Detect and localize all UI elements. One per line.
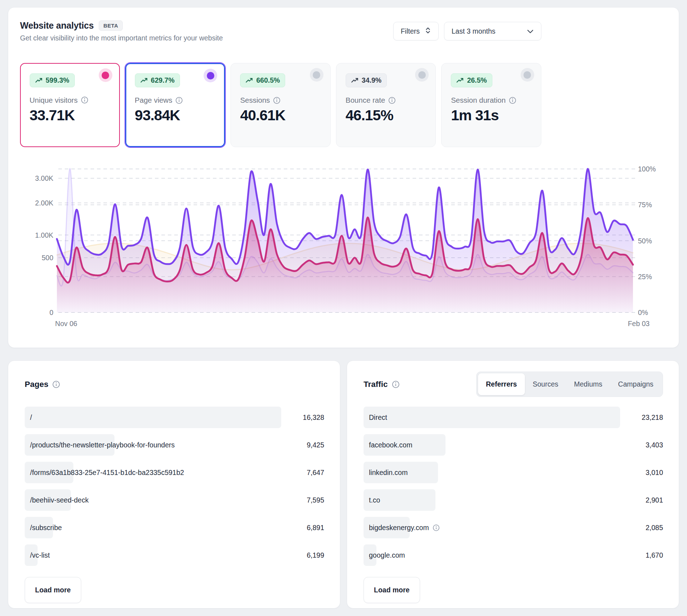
row-label: /vc-list [30,551,50,559]
referrers-list: Direct23,218facebook.com3,403linkedin.co… [364,407,663,566]
right-axis-tick: 0% [638,309,648,316]
left-axis-tick: 3.00K [35,174,53,182]
trending-up-icon [351,77,359,83]
page-title: Website analytics [20,20,94,31]
change-value: 629.7% [151,76,175,84]
trending-up-icon [456,77,464,83]
filters-button[interactable]: Filters [393,22,439,40]
left-axis-tick: 500 [42,254,53,262]
row-label: /subscribe [30,524,62,532]
page-row: /16,328 [25,407,324,428]
row-bar-area: Direct [364,407,620,428]
row-label: / [30,413,32,422]
row-value: 9,425 [281,441,324,449]
row-bar-area: /beehiiv-seed-deck [25,489,281,511]
tab-mediums[interactable]: Mediums [566,373,610,395]
referrer-row: bigdeskenergy.com2,085 [364,517,663,538]
pages-title: Pages [25,380,48,389]
change-badge: 34.9% [346,73,387,87]
metric-value: 46.15% [346,107,427,124]
pages-load-more-button[interactable]: Load more [25,577,81,603]
x-axis-end-label: Feb 03 [628,320,650,328]
metric-card-unique-visitors[interactable]: 599.3% Unique visitors 33.71K [20,63,120,147]
value-bar [364,407,620,428]
row-value: 16,328 [281,413,324,422]
row-label: /beehiiv-seed-deck [30,496,89,504]
page-row: /vc-list6,199 [25,544,324,566]
row-label: Direct [369,413,387,422]
metric-label: Session duration [451,96,506,105]
metric-label: Unique visitors [30,96,78,105]
row-label: bigdeskenergy.com [369,524,440,532]
info-icon[interactable] [52,380,60,388]
row-value: 7,647 [281,469,324,477]
metric-card-page-views[interactable]: 629.7% Page views 93.84K [125,63,225,147]
change-badge: 660.5% [240,73,285,87]
referrer-row: google.com1,670 [364,544,663,566]
referrer-row: Direct23,218 [364,407,663,428]
info-icon[interactable] [273,97,281,104]
row-label: google.com [369,551,405,559]
metric-value: 33.71K [30,107,111,124]
row-label: /products/the-newsletter-playbook-for-fo… [30,441,175,449]
left-axis-tick: 0 [49,309,53,316]
info-icon[interactable] [388,97,396,104]
tab-sources[interactable]: Sources [525,373,566,395]
info-icon[interactable] [392,380,400,388]
left-axis-tick: 1.00K [35,231,53,239]
series-color-dot [521,68,534,82]
row-bar-area: linkedin.com [364,462,620,483]
row-bar-area: /products/the-newsletter-playbook-for-fo… [25,434,281,456]
info-icon[interactable] [81,96,88,104]
right-axis-tick: 75% [638,201,652,209]
info-icon[interactable] [509,97,516,104]
row-value: 7,595 [281,496,324,504]
row-value: 23,218 [620,413,663,422]
traffic-load-more-button[interactable]: Load more [364,577,420,603]
page-row: /forms/63a1b833-25e7-4151-b1dc-ba2335c59… [25,462,324,483]
x-axis-start-label: Nov 06 [55,320,77,328]
metric-value: 40.61K [240,107,321,124]
referrer-row: facebook.com3,403 [364,434,663,456]
trending-up-icon [35,77,43,83]
metric-cards-row: 599.3% Unique visitors 33.71K 629.7% Pag… [20,63,541,147]
change-badge: 629.7% [135,73,180,87]
pages-panel: Pages /16,328/products/the-newsletter-pl… [8,360,340,608]
row-value: 3,010 [620,469,663,477]
change-value: 660.5% [256,76,280,84]
chevron-down-icon [527,27,534,35]
tab-referrers[interactable]: Referrers [478,373,525,395]
traffic-tabs: ReferrersSourcesMediumsCampaigns [476,372,663,397]
row-bar-area: /subscribe [25,517,281,538]
metric-card-sessions[interactable]: 660.5% Sessions 40.61K [230,63,331,147]
info-icon[interactable] [175,97,183,104]
date-range-select[interactable]: Last 3 months [444,22,541,40]
info-icon[interactable] [433,524,440,531]
page-subtitle: Get clear visibility into the most impor… [20,34,223,42]
row-value: 3,403 [620,441,663,449]
trending-up-icon [140,77,148,83]
filters-label: Filters [401,27,420,35]
pages-list: /16,328/products/the-newsletter-playbook… [25,407,324,566]
change-badge: 599.3% [30,73,75,87]
series-color-dot [204,69,217,82]
metric-card-bounce-rate[interactable]: 34.9% Bounce rate 46.15% [336,63,436,147]
metric-label: Bounce rate [346,96,385,105]
row-bar-area: bigdeskenergy.com [364,517,620,538]
referrer-row: t.co2,901 [364,489,663,511]
page-row: /beehiiv-seed-deck7,595 [25,489,324,511]
row-bar-area: / [25,407,281,428]
website-analytics-panel: 3.00K2.00K1.00K5000100%75%50%25%0%Nov 06… [8,7,679,348]
row-label: /forms/63a1b833-25e7-4151-b1dc-ba2335c59… [30,469,184,477]
page-row: /subscribe6,891 [25,517,324,538]
tab-campaigns[interactable]: Campaigns [610,373,661,395]
right-axis-tick: 50% [638,237,652,245]
traffic-title: Traffic [364,380,388,389]
metric-label: Page views [135,96,172,105]
page-row: /products/the-newsletter-playbook-for-fo… [25,434,324,456]
date-range-value: Last 3 months [452,27,495,35]
unfold-chevrons-icon [425,27,431,36]
metric-card-session-duration[interactable]: 26.5% Session duration 1m 31s [441,63,541,147]
change-value: 34.9% [362,76,381,84]
row-bar-area: google.com [364,544,620,566]
